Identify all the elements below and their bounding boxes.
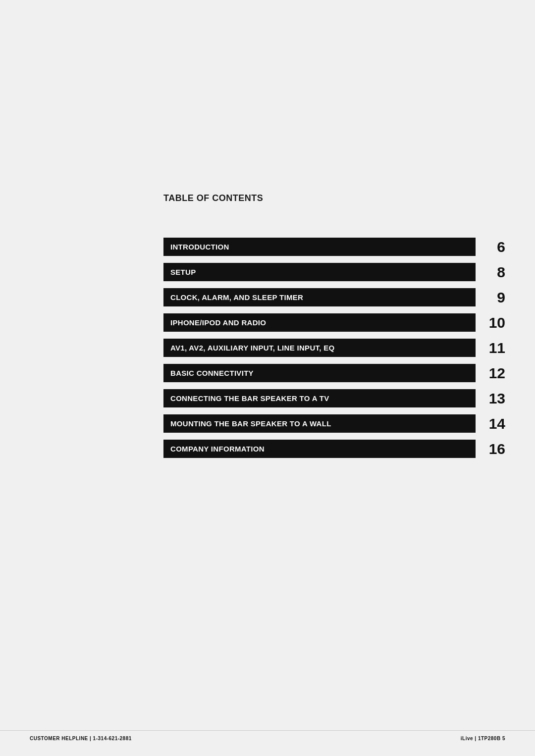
- toc-row[interactable]: CONNECTING THE BAR SPEAKER TO A TV13: [163, 389, 505, 407]
- toc-row[interactable]: BASIC CONNECTIVITY12: [163, 364, 505, 382]
- footer-model: iLive | 1TP280B 5: [461, 736, 505, 741]
- toc-row[interactable]: CLOCK, ALARM, AND SLEEP TIMER9: [163, 288, 505, 306]
- toc-item-label: COMPANY INFORMATION: [163, 440, 476, 458]
- toc-item-label: INTRODUCTION: [163, 238, 476, 256]
- toc-item-page: 8: [476, 264, 505, 281]
- toc-item-page: 6: [476, 239, 505, 255]
- toc-item-page: 10: [476, 314, 505, 331]
- toc-item-page: 13: [476, 390, 505, 407]
- footer-helpline: CUSTOMER HELPLINE | 1-314-621-2881: [30, 736, 132, 741]
- toc-item-label: SETUP: [163, 263, 476, 281]
- toc-item-page: 16: [476, 441, 505, 457]
- toc-item-label: CLOCK, ALARM, AND SLEEP TIMER: [163, 288, 476, 306]
- toc-item-label: AV1, AV2, AUXILIARY INPUT, LINE INPUT, E…: [163, 339, 476, 357]
- toc-item-page: 14: [476, 415, 505, 432]
- page-title: TABLE OF CONTENTS: [163, 193, 263, 203]
- page: TABLE OF CONTENTS INTRODUCTION6SETUP8CLO…: [0, 0, 535, 756]
- page-footer: CUSTOMER HELPLINE | 1-314-621-2881 iLive…: [0, 730, 535, 741]
- toc-item-page: 11: [476, 340, 505, 356]
- toc-item-label: MOUNTING THE BAR SPEAKER TO A WALL: [163, 414, 476, 433]
- toc-item-page: 9: [476, 289, 505, 306]
- toc-item-label: CONNECTING THE BAR SPEAKER TO A TV: [163, 389, 476, 407]
- toc-item-page: 12: [476, 365, 505, 382]
- toc-row[interactable]: AV1, AV2, AUXILIARY INPUT, LINE INPUT, E…: [163, 339, 505, 357]
- toc-container: INTRODUCTION6SETUP8CLOCK, ALARM, AND SLE…: [163, 238, 505, 465]
- toc-item-label: IPHONE/IPOD AND RADIO: [163, 313, 476, 332]
- toc-row[interactable]: IPHONE/IPOD AND RADIO10: [163, 313, 505, 332]
- toc-row[interactable]: COMPANY INFORMATION16: [163, 440, 505, 458]
- toc-row[interactable]: INTRODUCTION6: [163, 238, 505, 256]
- toc-row[interactable]: SETUP8: [163, 263, 505, 281]
- toc-item-label: BASIC CONNECTIVITY: [163, 364, 476, 382]
- toc-row[interactable]: MOUNTING THE BAR SPEAKER TO A WALL14: [163, 414, 505, 433]
